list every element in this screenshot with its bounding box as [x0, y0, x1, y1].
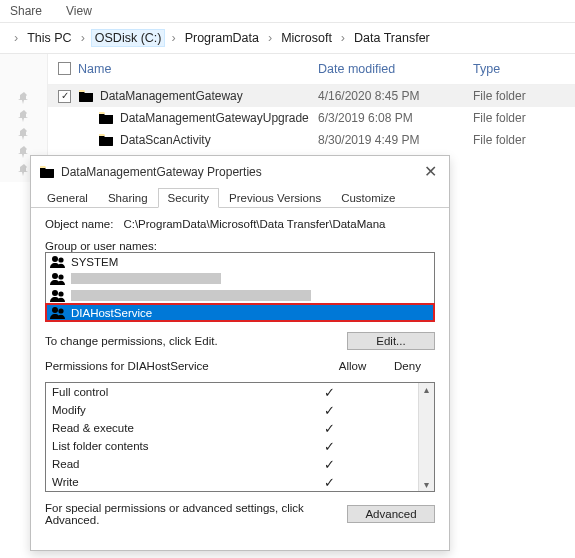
file-name: DataManagementGateway [100, 89, 243, 103]
file-type: File folder [473, 111, 565, 125]
object-name-label: Object name: [45, 218, 113, 230]
pin-icon [18, 110, 30, 122]
chevron-right-icon: › [264, 31, 276, 45]
permission-allow: ✓ [302, 421, 357, 436]
redacted-label [71, 273, 221, 284]
folder-icon [98, 133, 114, 147]
permission-row: Modify✓ [46, 401, 418, 419]
allow-column-header: Allow [325, 360, 380, 372]
edit-hint: To change permissions, click Edit. [45, 335, 218, 347]
file-name: DataManagementGatewayUpgrade [120, 111, 309, 125]
users-icon [50, 306, 66, 320]
crumb-programdata[interactable]: ProgramData [182, 30, 262, 46]
chevron-right-icon: › [167, 31, 179, 45]
file-date: 6/3/2019 6:08 PM [318, 111, 473, 125]
advanced-hint: For special permissions or advanced sett… [45, 502, 339, 526]
chevron-right-icon: › [10, 31, 22, 45]
group-user-names-label: Group or user names: [45, 240, 435, 252]
dialog-titlebar[interactable]: DataManagementGateway Properties ✕ [31, 156, 449, 187]
permission-name: Read [52, 458, 302, 470]
folder-icon [78, 89, 94, 103]
pin-icon [18, 92, 30, 104]
pin-icon [18, 146, 30, 158]
close-icon[interactable]: ✕ [420, 162, 441, 181]
deny-column-header: Deny [380, 360, 435, 372]
permission-name: List folder contents [52, 440, 302, 452]
pin-icon [18, 128, 30, 140]
chevron-right-icon: › [337, 31, 349, 45]
menu-share[interactable]: Share [10, 4, 42, 18]
chevron-right-icon: › [77, 31, 89, 45]
menubar: Share View [0, 0, 575, 23]
group-user-names-list[interactable]: SYSTEM DIAHostService [45, 252, 435, 322]
crumb-osdisk[interactable]: OSDisk (C:) [91, 29, 166, 47]
scroll-down-icon[interactable]: ▾ [424, 478, 429, 491]
tab-previous-versions[interactable]: Previous Versions [219, 188, 331, 208]
permission-allow: ✓ [302, 457, 357, 472]
breadcrumb[interactable]: › This PC › OSDisk (C:) › ProgramData › … [0, 23, 575, 53]
file-date: 4/16/2020 8:45 PM [318, 89, 473, 103]
table-row[interactable]: DataManagementGatewayUpgrade6/3/2019 6:0… [48, 107, 575, 129]
file-type: File folder [473, 89, 565, 103]
principal-diahostservice[interactable]: DIAHostService [46, 304, 434, 321]
tab-general[interactable]: General [37, 188, 98, 208]
permission-allow: ✓ [302, 439, 357, 454]
principal-label: SYSTEM [71, 256, 118, 268]
principal-system[interactable]: SYSTEM [46, 253, 434, 270]
principal-label: DIAHostService [71, 307, 152, 319]
users-icon [50, 289, 66, 303]
permissions-for-label: Permissions for DIAHostService [45, 360, 325, 372]
table-row[interactable]: DataManagementGateway4/16/2020 8:45 PMFi… [48, 85, 575, 107]
permission-allow: ✓ [302, 475, 357, 490]
table-row[interactable]: DataScanActivity8/30/2019 4:49 PMFile fo… [48, 129, 575, 151]
permission-row: Write✓ [46, 473, 418, 491]
file-list-header[interactable]: Name Date modified Type [48, 54, 575, 85]
row-checkbox[interactable] [58, 90, 71, 103]
crumb-microsoft[interactable]: Microsoft [278, 30, 335, 46]
tab-security[interactable]: Security [158, 188, 220, 208]
principal-redacted[interactable] [46, 287, 434, 304]
advanced-button[interactable]: Advanced [347, 505, 435, 523]
permission-allow: ✓ [302, 403, 357, 418]
file-name: DataScanActivity [120, 133, 211, 147]
permission-name: Read & execute [52, 422, 302, 434]
dialog-tabs: GeneralSharingSecurityPrevious VersionsC… [31, 187, 449, 208]
users-icon [50, 255, 66, 269]
permission-allow: ✓ [302, 385, 357, 400]
crumb-data-transfer[interactable]: Data Transfer [351, 30, 433, 46]
dialog-title: DataManagementGateway Properties [61, 165, 420, 179]
permission-row: Read & execute✓ [46, 419, 418, 437]
col-type[interactable]: Type [473, 62, 565, 78]
tab-customize[interactable]: Customize [331, 188, 405, 208]
edit-button[interactable]: Edit... [347, 332, 435, 350]
permission-name: Full control [52, 386, 302, 398]
select-all-checkbox[interactable] [58, 62, 71, 75]
col-date[interactable]: Date modified [318, 62, 473, 78]
principal-redacted[interactable] [46, 270, 434, 287]
menu-view[interactable]: View [66, 4, 92, 18]
permission-name: Modify [52, 404, 302, 416]
folder-icon [39, 165, 55, 179]
permissions-list: Full control✓Modify✓Read & execute✓List … [45, 382, 435, 492]
tab-sharing[interactable]: Sharing [98, 188, 158, 208]
permission-row: Read✓ [46, 455, 418, 473]
scroll-up-icon[interactable]: ▴ [424, 383, 429, 396]
file-date: 8/30/2019 4:49 PM [318, 133, 473, 147]
scrollbar[interactable]: ▴ ▾ [418, 383, 434, 491]
permission-row: Full control✓ [46, 383, 418, 401]
folder-icon [98, 111, 114, 125]
file-type: File folder [473, 133, 565, 147]
permission-row: List folder contents✓ [46, 437, 418, 455]
col-name[interactable]: Name [78, 62, 318, 78]
redacted-label [71, 290, 311, 301]
users-icon [50, 272, 66, 286]
pin-icon [18, 164, 30, 176]
properties-dialog: DataManagementGateway Properties ✕ Gener… [30, 155, 450, 551]
permission-name: Write [52, 476, 302, 488]
crumb-this-pc[interactable]: This PC [24, 30, 74, 46]
object-name-value: C:\ProgramData\Microsoft\Data Transfer\D… [123, 218, 435, 230]
